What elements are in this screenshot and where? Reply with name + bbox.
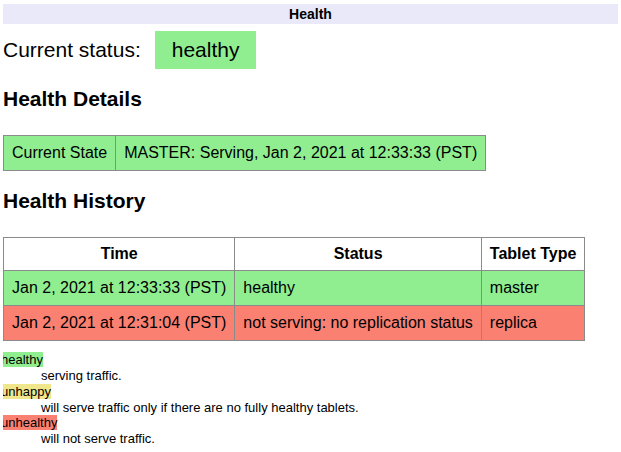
legend-term-unhappy: unhappy: [3, 384, 51, 399]
history-status-cell: not serving: no replication status: [235, 306, 481, 341]
legend-description-healthy: serving traffic.: [41, 368, 618, 384]
legend-term-healthy: healthy: [3, 352, 43, 367]
legend-description-unhealthy: will not serve traffic.: [41, 431, 618, 447]
status-legend: healthy serving traffic. unhappy will se…: [3, 352, 618, 447]
legend-term-unhealthy: unhealthy: [3, 415, 57, 430]
health-history-table: Time Status Tablet Type Jan 2, 2021 at 1…: [3, 237, 585, 341]
column-header-tablet-type: Tablet Type: [481, 238, 585, 271]
legend-term-row: unhealthy: [3, 415, 618, 431]
history-tablet-type-cell: master: [481, 271, 585, 306]
history-time-cell: Jan 2, 2021 at 12:31:04 (PST): [4, 306, 235, 341]
current-state-label-cell: Current State: [4, 136, 116, 171]
table-header-row: Time Status Tablet Type: [4, 238, 585, 271]
table-row: Jan 2, 2021 at 12:33:33 (PST) healthy ma…: [4, 271, 585, 306]
legend-term-row: healthy: [3, 352, 618, 368]
current-state-value-cell: MASTER: Serving, Jan 2, 2021 at 12:33:33…: [116, 136, 486, 171]
column-header-time: Time: [4, 238, 235, 271]
health-details-table: Current State MASTER: Serving, Jan 2, 20…: [3, 135, 486, 171]
page-title: Health: [289, 6, 332, 22]
health-details-heading: Health Details: [3, 87, 618, 111]
current-status-badge: healthy: [155, 31, 257, 69]
health-history-heading: Health History: [3, 189, 618, 213]
legend-term-row: unhappy: [3, 384, 618, 400]
page-header-bar: Health: [3, 4, 618, 24]
table-row: Current State MASTER: Serving, Jan 2, 20…: [4, 136, 486, 171]
history-tablet-type-cell: replica: [481, 306, 585, 341]
table-row: Jan 2, 2021 at 12:31:04 (PST) not servin…: [4, 306, 585, 341]
history-time-cell: Jan 2, 2021 at 12:33:33 (PST): [4, 271, 235, 306]
current-status-row: Current status: healthy: [3, 31, 618, 69]
current-status-label: Current status:: [3, 38, 141, 62]
legend-description-unhappy: will serve traffic only if there are no …: [41, 400, 618, 416]
history-status-cell: healthy: [235, 271, 481, 306]
column-header-status: Status: [235, 238, 481, 271]
